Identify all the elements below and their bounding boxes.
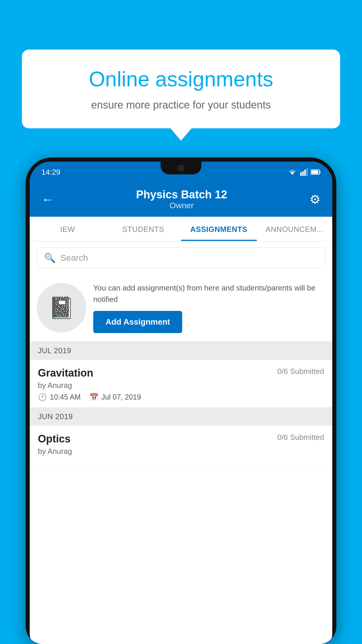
phone-frame: 14:29 (26, 158, 336, 644)
promo-card: Online assignments ensure more practice … (22, 50, 340, 128)
assignment-submitted-optics: 0/6 Submitted (277, 433, 324, 442)
promo-title: Online assignments (42, 67, 320, 91)
batch-title: Physics Batch 12 (136, 188, 227, 201)
svg-rect-0 (300, 172, 302, 176)
search-input[interactable]: Search (60, 253, 88, 263)
notebook-icon: 📓 (48, 295, 75, 320)
phone-inner: 14:29 (30, 162, 332, 644)
settings-button[interactable]: ⚙ (310, 192, 321, 206)
add-assignment-button[interactable]: Add Assignment (93, 311, 182, 333)
phone-content: 🔍 Search 📓 You can add assignment(s) fro… (30, 242, 332, 644)
tab-assignments[interactable]: ASSIGNMENTS (181, 217, 257, 241)
assignment-header-optics: Optics 0/6 Submitted (38, 433, 324, 445)
search-container: 🔍 Search (30, 242, 332, 274)
section-jul-2019: JUL 2019 (30, 342, 332, 360)
assignment-header: Gravitation 0/6 Submitted (38, 367, 324, 379)
tab-iew[interactable]: IEW (30, 217, 106, 241)
table-row[interactable]: Optics 0/6 Submitted by Anurag (30, 426, 332, 465)
status-bar: 14:29 (30, 162, 332, 183)
clock-icon: 🕐 (38, 393, 47, 401)
notebook-circle: 📓 (37, 283, 86, 332)
assignment-date: 📅 Jul 07, 2019 (89, 393, 141, 401)
add-assignment-description: You can add assignment(s) from here and … (93, 282, 324, 305)
svg-rect-1 (302, 171, 304, 176)
status-icons (287, 168, 321, 176)
wifi-icon (287, 168, 297, 176)
assignment-submitted: 0/6 Submitted (277, 367, 324, 376)
assignment-by: by Anurag (38, 381, 324, 390)
status-time: 14:29 (41, 168, 60, 177)
tab-students[interactable]: STUDENTS (106, 217, 181, 241)
add-assignment-section: 📓 You can add assignment(s) from here an… (30, 274, 332, 342)
svg-rect-6 (311, 170, 318, 174)
assignment-time: 🕐 10:45 AM (38, 393, 81, 401)
section-jun-2019: JUN 2019 (30, 407, 332, 426)
tab-announcements[interactable]: ANNOUNCEM... (257, 217, 333, 241)
calendar-icon: 📅 (89, 393, 99, 401)
app-header: ← Physics Batch 12 Owner ⚙ (30, 183, 332, 217)
table-row[interactable]: Gravitation 0/6 Submitted by Anurag 🕐 10… (30, 360, 332, 407)
header-center: Physics Batch 12 Owner (136, 188, 227, 210)
assignment-name-optics: Optics (38, 433, 71, 445)
svg-rect-3 (306, 168, 308, 176)
add-assignment-right: You can add assignment(s) from here and … (93, 282, 324, 333)
tabs-bar: IEW STUDENTS ASSIGNMENTS ANNOUNCEM... (30, 217, 332, 242)
assignment-meta: 🕐 10:45 AM 📅 Jul 07, 2019 (38, 393, 324, 401)
search-icon: 🔍 (44, 252, 56, 263)
battery-icon (311, 169, 321, 175)
svg-rect-5 (319, 171, 321, 173)
camera (178, 165, 184, 171)
assignment-by-optics: by Anurag (38, 447, 324, 456)
promo-subtitle: ensure more practice for your students (42, 98, 320, 112)
back-button[interactable]: ← (41, 192, 54, 206)
batch-subtitle: Owner (136, 201, 227, 210)
signal-icon (300, 168, 308, 176)
svg-rect-2 (304, 170, 306, 176)
search-bar[interactable]: 🔍 Search (37, 247, 325, 268)
assignment-name: Gravitation (38, 367, 93, 379)
notch (161, 162, 201, 174)
